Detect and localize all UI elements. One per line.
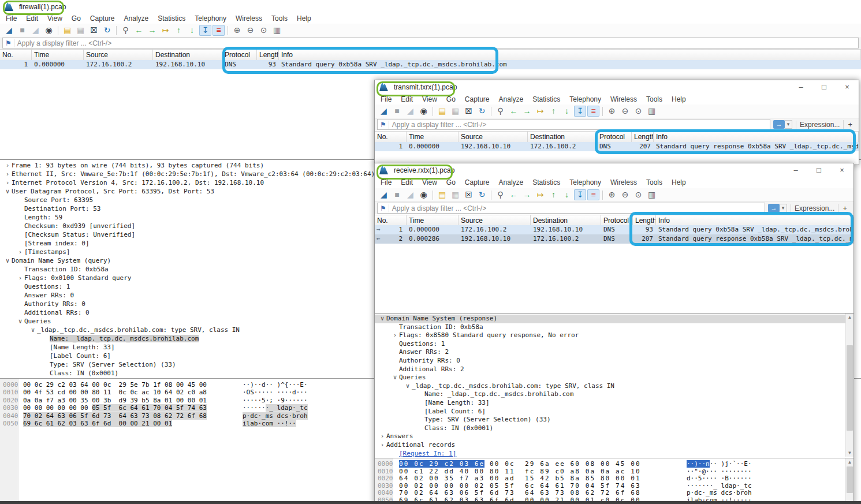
zoom-reset-icon[interactable]: ⊙ bbox=[632, 189, 644, 200]
column-header-time[interactable]: Time bbox=[32, 50, 84, 60]
filter-dropdown-caret[interactable]: ▾ bbox=[780, 204, 787, 212]
detail-row[interactable]: Type: SRV (Server Selection) (33) bbox=[375, 416, 853, 424]
go-back-icon[interactable]: ← bbox=[508, 106, 520, 117]
menu-tools[interactable]: Tools bbox=[267, 13, 292, 24]
auto-scroll-icon[interactable]: ↧ bbox=[574, 189, 586, 200]
expression-button[interactable]: Expression... bbox=[796, 121, 843, 129]
detail-row[interactable]: ∨Domain Name System (response) bbox=[375, 315, 853, 323]
menu-go[interactable]: Go bbox=[67, 13, 85, 24]
restart-capture-icon[interactable]: ◢ bbox=[404, 106, 416, 117]
go-to-packet-icon[interactable]: ↦ bbox=[534, 189, 546, 200]
menu-capture[interactable]: Capture bbox=[460, 94, 494, 104]
go-last-packet-icon[interactable]: ↓ bbox=[561, 106, 573, 117]
stop-capture-icon[interactable]: ■ bbox=[391, 189, 403, 200]
expanded-icon[interactable]: ∨ bbox=[391, 374, 399, 382]
menu-wireless[interactable]: Wireless bbox=[606, 177, 642, 188]
go-last-packet-icon[interactable]: ↓ bbox=[561, 189, 573, 200]
zoom-in-icon[interactable]: ⊕ bbox=[606, 189, 618, 200]
start-capture-icon[interactable]: ◢ bbox=[3, 25, 15, 36]
detail-row[interactable]: ∨Queries bbox=[375, 374, 853, 382]
go-back-icon[interactable]: ← bbox=[508, 189, 520, 200]
menu-statistics[interactable]: Statistics bbox=[528, 94, 565, 104]
menu-go[interactable]: Go bbox=[442, 177, 460, 188]
titlebar[interactable]: firewall(1).pcap bbox=[0, 0, 861, 13]
column-header-destination[interactable]: Destination bbox=[528, 132, 597, 142]
column-header-no[interactable]: No. bbox=[375, 215, 407, 226]
zoom-in-icon[interactable]: ⊕ bbox=[606, 106, 618, 117]
expression-button[interactable]: Expression... bbox=[791, 204, 838, 212]
close-file-icon[interactable]: ☒ bbox=[463, 189, 475, 200]
close-button[interactable]: × bbox=[830, 164, 853, 177]
expanded-icon[interactable]: ∨ bbox=[378, 315, 386, 323]
go-forward-icon[interactable]: → bbox=[146, 25, 158, 36]
close-file-icon[interactable]: ☒ bbox=[88, 25, 100, 36]
column-header-protocol[interactable]: Protocol bbox=[222, 50, 257, 60]
menu-statistics[interactable]: Statistics bbox=[528, 177, 565, 188]
detail-row[interactable]: Name: _ldap._tcp.dc._msdcs.brohilab.com bbox=[375, 390, 853, 399]
menu-analyze[interactable]: Analyze bbox=[120, 13, 154, 24]
menu-view[interactable]: View bbox=[418, 177, 442, 188]
menu-telephony[interactable]: Telephony bbox=[190, 13, 231, 24]
zoom-out-icon[interactable]: ⊖ bbox=[244, 25, 256, 36]
column-header-time[interactable]: Time bbox=[407, 132, 459, 142]
open-file-icon[interactable]: ▤ bbox=[436, 106, 448, 117]
find-packet-icon[interactable]: ⚲ bbox=[494, 106, 506, 117]
go-first-packet-icon[interactable]: ↑ bbox=[547, 106, 560, 117]
add-filter-button[interactable]: + bbox=[843, 120, 856, 129]
detail-row[interactable]: ›Flags: 0x8580 Standard query response, … bbox=[375, 331, 853, 340]
packet-row[interactable]: 20.000286192.168.10.10172.16.100.2DNS207… bbox=[375, 234, 853, 244]
filter-dropdown-caret[interactable]: ▾ bbox=[785, 120, 792, 129]
menu-file[interactable]: File bbox=[376, 177, 396, 188]
scrollbar-thumb[interactable] bbox=[847, 345, 853, 431]
titlebar[interactable]: transmit.txrx(1).pcap – □ × bbox=[375, 80, 859, 94]
menu-view[interactable]: View bbox=[43, 13, 67, 24]
menu-statistics[interactable]: Statistics bbox=[153, 13, 190, 24]
close-button[interactable]: × bbox=[836, 81, 859, 94]
menu-capture[interactable]: Capture bbox=[85, 13, 120, 24]
menu-help[interactable]: Help bbox=[667, 94, 691, 104]
column-header-protocol[interactable]: Protocol bbox=[597, 132, 632, 142]
column-header-length[interactable]: Length bbox=[632, 132, 654, 142]
bookmark-icon[interactable]: ⚑ bbox=[3, 39, 14, 47]
detail-row[interactable]: ›Additional records bbox=[375, 441, 853, 450]
detail-row[interactable]: Additional RRs: 2 bbox=[375, 365, 853, 374]
column-header-length[interactable]: Length bbox=[257, 50, 279, 60]
display-filter-input[interactable]: ⚑ Apply a display filter ... <Ctrl-/> bbox=[377, 119, 770, 130]
restart-capture-icon[interactable]: ◢ bbox=[29, 25, 42, 36]
zoom-in-icon[interactable]: ⊕ bbox=[231, 25, 243, 36]
apply-filter-button[interactable]: → bbox=[773, 120, 785, 129]
collapsed-icon[interactable]: › bbox=[3, 178, 12, 187]
zoom-reset-icon[interactable]: ⊙ bbox=[632, 106, 644, 117]
collapsed-icon[interactable]: › bbox=[3, 170, 12, 178]
bookmark-icon[interactable]: ⚑ bbox=[378, 121, 389, 129]
collapsed-icon[interactable]: › bbox=[16, 248, 24, 256]
close-file-icon[interactable]: ☒ bbox=[463, 106, 475, 117]
expanded-icon[interactable]: ∨ bbox=[404, 382, 412, 391]
column-header-no[interactable]: No. bbox=[0, 50, 32, 60]
menu-capture[interactable]: Capture bbox=[460, 177, 494, 188]
menu-help[interactable]: Help bbox=[292, 13, 316, 24]
expanded-icon[interactable]: ∨ bbox=[16, 317, 24, 326]
menu-analyze[interactable]: Analyze bbox=[494, 177, 528, 188]
colorize-packets-icon[interactable]: ≡ bbox=[587, 106, 599, 117]
column-header-destination[interactable]: Destination bbox=[531, 215, 601, 226]
column-header-destination[interactable]: Destination bbox=[153, 50, 222, 60]
column-header-source[interactable]: Source bbox=[84, 50, 153, 60]
column-header-info[interactable]: Info bbox=[654, 132, 859, 142]
bookmark-icon[interactable]: ⚑ bbox=[378, 204, 389, 212]
menu-edit[interactable]: Edit bbox=[21, 13, 43, 24]
menu-edit[interactable]: Edit bbox=[396, 94, 418, 104]
column-header-info[interactable]: Info bbox=[279, 50, 861, 60]
collapsed-icon[interactable]: › bbox=[378, 432, 386, 441]
resize-columns-icon[interactable]: ▥ bbox=[271, 25, 283, 36]
column-header-protocol[interactable]: Protocol bbox=[601, 215, 633, 226]
open-file-icon[interactable]: ▤ bbox=[436, 189, 448, 200]
expanded-icon[interactable]: ∨ bbox=[29, 326, 37, 334]
detail-row[interactable]: Authority RRs: 0 bbox=[375, 357, 853, 365]
menu-tools[interactable]: Tools bbox=[642, 177, 667, 188]
go-first-packet-icon[interactable]: ↑ bbox=[547, 189, 560, 200]
scroll-up-icon[interactable]: ▲ bbox=[846, 458, 853, 466]
titlebar[interactable]: receive.rxtx(1).pcap – □ × bbox=[375, 163, 853, 177]
collapsed-icon[interactable]: › bbox=[391, 331, 399, 340]
apply-filter-button[interactable]: → bbox=[768, 204, 780, 212]
